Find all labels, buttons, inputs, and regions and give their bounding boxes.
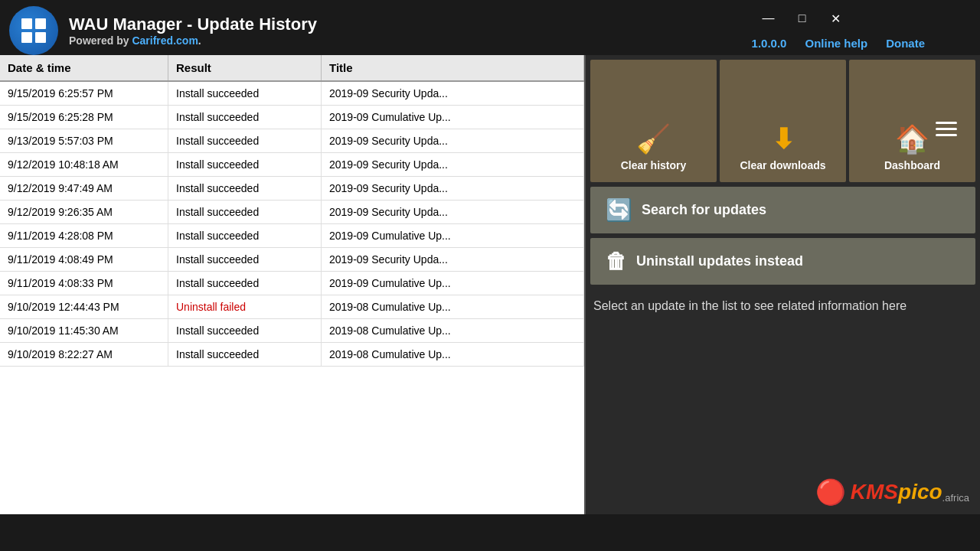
cell-date: 9/11/2019 4:08:33 PM <box>0 272 168 295</box>
col-header-title: Title <box>322 55 584 80</box>
cell-result: Install succeeded <box>168 201 322 223</box>
close-button[interactable]: ✕ <box>819 6 853 31</box>
app-icon <box>9 6 58 55</box>
uninstall-updates-button[interactable]: 🗑 Uninstall updates instead <box>590 238 975 285</box>
table-row[interactable]: 9/11/2019 4:08:49 PMInstall succeeded201… <box>0 248 584 272</box>
clear-history-label: Clear history <box>621 159 687 171</box>
donate-link[interactable]: Donate <box>886 37 925 50</box>
uninstall-label: Uninstall updates instead <box>636 253 803 269</box>
clear-history-button[interactable]: 🧹 Clear history <box>590 60 717 182</box>
cell-title: 2019-09 Security Upda... <box>322 153 584 176</box>
title-right: — □ ✕ 1.0.0.0 Online help Donate <box>752 6 971 50</box>
col-header-result: Result <box>168 55 322 80</box>
version-link[interactable]: 1.0.0.0 <box>752 37 787 50</box>
kmspico-logo: 🔴 KMS pico .africa <box>815 478 969 507</box>
clear-history-icon: 🧹 <box>636 126 671 153</box>
kms-yellow: pico <box>898 480 942 504</box>
table-row[interactable]: 9/11/2019 4:08:33 PMInstall succeeded201… <box>0 272 584 295</box>
svg-rect-0 <box>21 18 32 29</box>
cell-title: 2019-08 Cumulative Up... <box>322 343 584 366</box>
cell-result: Install succeeded <box>168 106 322 129</box>
cell-title: 2019-09 Cumulative Up... <box>322 272 584 295</box>
watermark: 🔴 KMS pico .africa <box>590 474 975 510</box>
clear-downloads-icon: ⬇ <box>772 126 795 153</box>
cell-title: 2019-08 Cumulative Up... <box>322 319 584 342</box>
cell-date: 9/13/2019 5:57:03 PM <box>0 129 168 152</box>
search-updates-label: Search for updates <box>642 202 766 218</box>
search-updates-icon: 🔄 <box>606 197 632 223</box>
online-help-link[interactable]: Online help <box>805 37 867 50</box>
cell-title: 2019-09 Security Upda... <box>322 129 584 152</box>
svg-rect-3 <box>35 32 46 43</box>
col-header-date: Date & time <box>0 55 168 80</box>
table-row[interactable]: 9/15/2019 6:25:57 PMInstall succeeded201… <box>0 82 584 106</box>
search-updates-button[interactable]: 🔄 Search for updates <box>590 187 975 233</box>
table-row[interactable]: 9/10/2019 8:22:27 AMInstall succeeded201… <box>0 343 584 367</box>
cell-result: Install succeeded <box>168 224 322 247</box>
cell-title: 2019-09 Security Upda... <box>322 248 584 271</box>
cell-result: Install succeeded <box>168 153 322 176</box>
cell-date: 9/10/2019 8:22:27 AM <box>0 343 168 366</box>
right-panel: 🧹 Clear history ⬇ Clear downloads 🏠 Dash… <box>586 55 980 514</box>
cell-title: 2019-09 Security Upda... <box>322 177 584 200</box>
dashboard-icon: 🏠 <box>895 126 929 153</box>
table-header: Date & time Result Title <box>0 55 584 82</box>
table-row[interactable]: 9/12/2019 9:47:49 AMInstall succeeded201… <box>0 177 584 201</box>
title-bar: WAU Manager - Update History Powered by … <box>0 0 980 55</box>
title-text: WAU Manager - Update History Powered by … <box>69 15 317 47</box>
clear-downloads-button[interactable]: ⬇ Clear downloads <box>720 60 846 182</box>
cell-date: 9/15/2019 6:25:28 PM <box>0 106 168 129</box>
nav-links: 1.0.0.0 Online help Donate <box>752 32 925 50</box>
powered-by: Powered by Carifred.com. <box>69 34 317 47</box>
cell-date: 9/10/2019 11:45:30 AM <box>0 319 168 342</box>
table-row[interactable]: 9/11/2019 4:28:08 PMInstall succeeded201… <box>0 224 584 248</box>
cell-result: Install succeeded <box>168 343 322 366</box>
cell-date: 9/12/2019 9:47:49 AM <box>0 177 168 200</box>
table-row[interactable]: 9/12/2019 10:48:18 AMInstall succeeded20… <box>0 153 584 177</box>
info-section: Select an update in the list to see rela… <box>590 289 975 470</box>
table-row[interactable]: 9/10/2019 12:44:43 PMUninstall failed201… <box>0 295 584 319</box>
title-left: WAU Manager - Update History Powered by … <box>9 6 317 55</box>
cell-title: 2019-09 Security Upda... <box>322 82 584 105</box>
table-row[interactable]: 9/10/2019 11:45:30 AMInstall succeeded20… <box>0 319 584 343</box>
cell-title: 2019-09 Cumulative Up... <box>322 224 584 247</box>
cell-title: 2019-08 Cumulative Up... <box>322 295 584 318</box>
table-row[interactable]: 9/15/2019 6:25:28 PMInstall succeeded201… <box>0 106 584 129</box>
cell-title: 2019-09 Security Upda... <box>322 201 584 223</box>
kms-suffix: .africa <box>942 492 969 504</box>
maximize-button[interactable]: □ <box>786 6 819 31</box>
table-row[interactable]: 9/12/2019 9:26:35 AMInstall succeeded201… <box>0 201 584 224</box>
window-controls: — □ ✕ <box>752 6 853 31</box>
cell-date: 9/11/2019 4:28:08 PM <box>0 224 168 247</box>
action-buttons: 🧹 Clear history ⬇ Clear downloads 🏠 Dash… <box>590 60 975 182</box>
app-title: WAU Manager - Update History <box>69 15 317 34</box>
main-content: Date & time Result Title 9/15/2019 6:25:… <box>0 55 980 514</box>
table-row[interactable]: 9/13/2019 5:57:03 PMInstall succeeded201… <box>0 129 584 153</box>
carifred-link[interactable]: Carifred.com <box>132 34 198 47</box>
cell-date: 9/12/2019 10:48:18 AM <box>0 153 168 176</box>
cell-result: Install succeeded <box>168 248 322 271</box>
cell-date: 9/12/2019 9:26:35 AM <box>0 201 168 223</box>
cell-result: Install succeeded <box>168 82 322 105</box>
table-panel: Date & time Result Title 9/15/2019 6:25:… <box>0 55 586 514</box>
cell-result: Install succeeded <box>168 319 322 342</box>
kms-red: KMS <box>851 480 898 504</box>
table-body: 9/15/2019 6:25:57 PMInstall succeeded201… <box>0 82 584 367</box>
minimize-button[interactable]: — <box>752 6 786 31</box>
cell-date: 9/11/2019 4:08:49 PM <box>0 248 168 271</box>
clear-downloads-label: Clear downloads <box>740 159 825 171</box>
svg-rect-2 <box>21 32 32 43</box>
dashboard-label: Dashboard <box>884 159 940 171</box>
cell-result: Install succeeded <box>168 272 322 295</box>
cell-date: 9/10/2019 12:44:43 PM <box>0 295 168 318</box>
uninstall-icon: 🗑 <box>606 249 627 274</box>
cell-date: 9/15/2019 6:25:57 PM <box>0 82 168 105</box>
cell-result: Install succeeded <box>168 129 322 152</box>
cell-title: 2019-09 Cumulative Up... <box>322 106 584 129</box>
cell-result: Install succeeded <box>168 177 322 200</box>
cell-result: Uninstall failed <box>168 295 322 318</box>
info-text: Select an update in the list to see rela… <box>593 299 906 312</box>
svg-rect-1 <box>35 18 46 29</box>
